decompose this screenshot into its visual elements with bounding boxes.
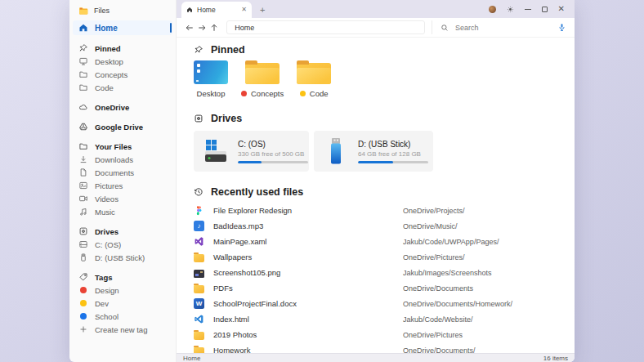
status-location: Home [183, 355, 200, 362]
sidebar-item-tag-design[interactable]: Design [69, 284, 176, 297]
tag-color-yellow-icon [80, 300, 87, 306]
recent-files-list: File Explorer Redesign OneDrive/Projects… [194, 203, 575, 353]
pinned-tile-desktop[interactable]: Desktop [194, 60, 228, 101]
tag-color-blue-icon [80, 313, 87, 320]
sidebar-section-drives[interactable]: Drives [69, 225, 176, 238]
sidebar-item-concepts[interactable]: Concepts [69, 68, 176, 81]
document-icon [78, 168, 88, 177]
drive-usage-bar [358, 161, 428, 163]
sidebar-item-label: Documents [95, 168, 134, 177]
up-button[interactable] [208, 20, 220, 35]
file-path: OneDrive/Projects/ [403, 207, 575, 215]
drive-icon [194, 114, 203, 123]
tab-home[interactable]: Home ✕ [181, 2, 252, 18]
file-row[interactable]: 2019 Photos OneDrive/Pictures [194, 327, 575, 342]
files-app-logo-icon [78, 6, 88, 16]
sidebar-item-videos[interactable]: Videos [69, 192, 176, 205]
file-row[interactable]: MainPage.xaml Jakub/Code/UWPApp/Pages/ [194, 234, 575, 249]
main-pane: Home ✕ + ✕ Home [177, 0, 575, 362]
sidebar-section-pinned[interactable]: Pinned [69, 42, 176, 55]
file-row[interactable]: Wallpapers OneDrive/Pictures/ [194, 249, 575, 265]
pin-icon [194, 45, 203, 55]
file-path: OneDrive/Pictures [403, 331, 575, 339]
plus-icon [78, 324, 88, 334]
close-button[interactable]: ✕ [558, 5, 565, 13]
music-icon [78, 207, 88, 217]
sidebar-item-pictures[interactable]: Pictures [69, 179, 176, 192]
drive-card-c[interactable]: C: (OS) 330 GB free of 500 GB [194, 131, 309, 172]
user-avatar[interactable] [489, 6, 496, 13]
sidebar-item-label: Dev [95, 299, 109, 308]
search-icon [441, 24, 449, 32]
file-row[interactable]: Homework OneDrive/Documents/ [194, 342, 575, 353]
sidebar-section-tags[interactable]: Tags [69, 270, 176, 284]
sidebar-item-label: Tags [95, 273, 112, 282]
window-controls: ✕ [489, 0, 575, 18]
sidebar-item-documents[interactable]: Documents [69, 166, 176, 179]
tag-color-red-icon [80, 287, 87, 293]
sidebar-item-code[interactable]: Code [69, 81, 176, 94]
file-name: Screenshot105.png [213, 268, 403, 277]
file-row[interactable]: PDFs OneDrive/Documents [194, 280, 575, 296]
visual-studio-file-icon [194, 236, 204, 247]
desktop-background: Files Home Pinned Desktop Concepts Code … [0, 0, 644, 362]
back-button[interactable] [183, 20, 195, 35]
microphone-icon[interactable] [557, 23, 566, 32]
file-row[interactable]: W SchoolProjectFinal.docx OneDrive/Docum… [194, 296, 575, 311]
pinned-tile-concepts[interactable]: Concepts [241, 60, 284, 101]
address-bar[interactable]: Home [226, 20, 425, 34]
section-title: Drives [211, 113, 242, 124]
sidebar-item-desktop[interactable]: Desktop [69, 55, 176, 68]
picture-icon [78, 181, 88, 190]
cloud-icon [78, 102, 88, 112]
search-input[interactable] [455, 24, 551, 32]
sidebar-item-create-new-tag[interactable]: Create new tag [69, 323, 176, 336]
app-title-row: Files [69, 3, 176, 18]
settings-gear-icon[interactable] [507, 6, 514, 13]
file-row[interactable]: File Explorer Redesign OneDrive/Projects… [194, 203, 575, 218]
minimize-button[interactable] [525, 9, 531, 10]
sidebar-item-tag-school[interactable]: School [69, 310, 176, 323]
sidebar-item-downloads[interactable]: Downloads [69, 153, 176, 166]
sidebar-item-label: D: (USB Stick) [95, 253, 145, 262]
pinned-tile-code[interactable]: Code [297, 60, 331, 101]
sidebar-item-label: School [95, 312, 119, 321]
forward-button[interactable] [195, 20, 208, 35]
sidebar-item-label: Home [95, 24, 118, 33]
drive-cards: C: (OS) 330 GB free of 500 GB D: (USB St… [194, 131, 575, 172]
sidebar-item-onedrive[interactable]: OneDrive [69, 101, 176, 114]
drive-usage-bar [238, 161, 308, 163]
tag-icon [78, 272, 88, 282]
file-row[interactable]: Screenshot105.png Jakub/Images/Screensho… [194, 265, 575, 280]
sidebar-item-d-drive[interactable]: D: (USB Stick) [69, 251, 176, 264]
new-tab-button[interactable]: + [260, 5, 265, 15]
sidebar-item-c-drive[interactable]: C: (OS) [69, 238, 176, 251]
file-path: OneDrive/Documents/ [403, 346, 575, 354]
file-row[interactable]: Index.html Jakub/Code/Website/ [194, 311, 575, 327]
file-name: Index.html [213, 315, 403, 324]
sidebar-item-tag-dev[interactable]: Dev [69, 297, 176, 310]
tab-close-icon[interactable]: ✕ [241, 7, 247, 13]
sidebar-item-google-drive[interactable]: Google Drive [69, 120, 176, 133]
monitor-icon [78, 56, 88, 66]
sidebar-item-home[interactable]: Home [73, 20, 172, 35]
sidebar-item-label: C: (OS) [95, 240, 121, 249]
usb-icon [78, 253, 88, 262]
file-path: OneDrive/Music/ [403, 222, 575, 230]
history-clock-icon [194, 187, 203, 197]
sidebar-item-label: Create new tag [95, 325, 147, 334]
sidebar-item-music[interactable]: Music [69, 205, 176, 218]
folder-icon [194, 254, 204, 262]
drives-section-header: Drives [194, 113, 575, 124]
drive-usage-fill [238, 161, 262, 163]
file-row[interactable]: ♪ BadIdeas.mp3 OneDrive/Music/ [194, 218, 575, 234]
hdd-icon [78, 239, 88, 249]
sidebar-item-label: Google Drive [95, 123, 143, 132]
drive-name: C: (OS) [238, 140, 308, 149]
file-name: Homework [213, 346, 403, 353]
google-drive-icon [78, 122, 88, 132]
sidebar-section-your-files[interactable]: Your Files [69, 140, 176, 153]
maximize-button[interactable] [542, 7, 548, 12]
tile-label: Desktop [197, 89, 226, 98]
drive-card-d[interactable]: D: (USB Stick) 64 GB free of 128 GB [314, 131, 433, 172]
